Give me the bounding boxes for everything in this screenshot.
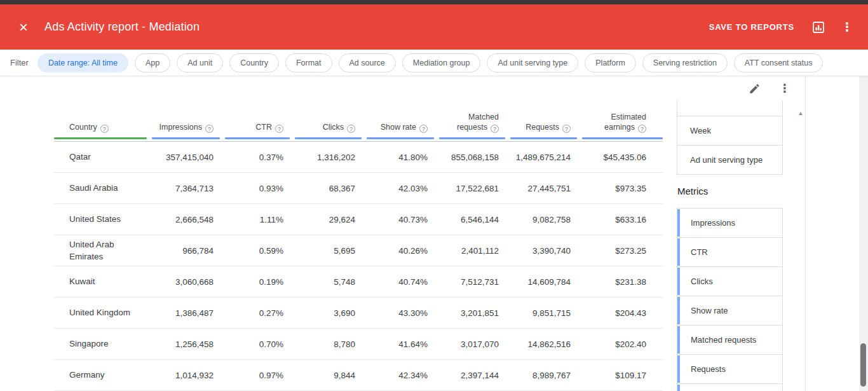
column-label-wrap: Matched requests? (437, 112, 508, 133)
filter-chip[interactable]: Ad unit (177, 53, 223, 72)
cell-ctr: 0.97% (222, 360, 292, 390)
window-top-edge (0, 0, 868, 4)
filter-chip[interactable]: Platform (585, 53, 636, 72)
cell-clicks: 9,844 (292, 360, 364, 390)
cell-matched-requests: 3,201,851 (437, 298, 508, 328)
cell-clicks: 3,690 (292, 298, 364, 328)
dimension-item[interactable]: Ad unit serving type (677, 145, 783, 175)
cell-impressions: 966,784 (149, 235, 222, 266)
cell-estimated-earnings: $273.25 (580, 235, 663, 266)
cell-ctr: 0.37% (222, 142, 292, 172)
metric-accent-bar (677, 297, 680, 324)
help-icon[interactable]: ? (275, 125, 283, 133)
column-header[interactable]: Matched requests? (437, 112, 508, 141)
filter-chip[interactable]: Country (229, 53, 279, 72)
filter-chip[interactable]: Serving restriction (642, 53, 728, 72)
filter-bar: Filter Date range: All time AppAd unitCo… (0, 50, 868, 76)
cell-ctr: 0.19% (222, 266, 292, 297)
cell-show-rate: 42.34% (364, 360, 437, 390)
cell-country: United Arab Emirates (54, 235, 149, 266)
scrollbar-track[interactable] (859, 76, 868, 391)
column-label: CTR (255, 123, 272, 132)
cell-clicks: 29,624 (292, 204, 364, 235)
table-row: Qatar 357,415,040 0.37% 1,316,202 41.80%… (54, 142, 663, 173)
filter-chip[interactable]: App (135, 53, 170, 72)
metric-label: Impressions (691, 218, 735, 228)
filter-chip[interactable]: Ad source (339, 53, 396, 72)
cell-ctr: 0.27% (222, 298, 292, 328)
cell-ctr: 0.70% (222, 329, 292, 359)
chart-icon-glyph (812, 21, 825, 34)
cell-requests: 9,082,758 (508, 204, 580, 235)
cell-country: Qatar (54, 142, 149, 172)
metric-item[interactable]: Clicks (677, 266, 783, 296)
cell-impressions: 1,014,932 (149, 360, 222, 390)
cell-country: Germany (54, 360, 149, 390)
filter-chip[interactable]: Mediation group (402, 53, 481, 72)
cell-estimated-earnings: $973.35 (580, 173, 663, 203)
help-icon[interactable]: ? (100, 125, 109, 133)
cell-requests: 1,489,675,214 (508, 142, 580, 172)
filter-label: Filter (10, 58, 29, 67)
cell-show-rate: 41.80% (364, 142, 437, 172)
metric-item[interactable]: Show rate (677, 296, 783, 326)
cell-estimated-earnings: $204.43 (580, 298, 663, 328)
column-accent-underline (54, 137, 147, 139)
scroll-up-arrow[interactable]: ▲ (796, 108, 806, 118)
cell-country: Saudi Arabia (54, 173, 149, 203)
filter-chip[interactable]: ATT consent status (734, 53, 824, 72)
column-header[interactable]: Show rate? (364, 112, 437, 141)
cell-clicks: 8,780 (292, 329, 364, 359)
cell-show-rate: 40.74% (364, 266, 437, 297)
column-header[interactable]: Country? (54, 112, 149, 141)
date-range-chip[interactable]: Date range: All time (37, 53, 128, 72)
cell-show-rate: 42.03% (364, 173, 437, 203)
table-row: United States 2,666,548 1.11% 29,624 40.… (54, 204, 663, 235)
close-icon[interactable]: × (17, 20, 31, 35)
cell-estimated-earnings: $231.38 (580, 266, 663, 297)
metric-item[interactable]: Matched requests (677, 325, 783, 355)
metrics-heading: Metrics (677, 186, 708, 196)
dimension-item[interactable]: Week (677, 116, 783, 146)
help-icon[interactable]: ? (491, 125, 499, 133)
column-label: Clicks (323, 123, 344, 132)
help-icon[interactable]: ? (347, 125, 355, 133)
table-row: United Arab Emirates 966,784 0.59% 5,695… (54, 235, 663, 266)
header-kebab-icon[interactable]: ⋮ (843, 20, 851, 34)
filter-chip[interactable]: Format (285, 53, 332, 72)
scrollbar-thumb[interactable] (860, 343, 866, 387)
filter-chip[interactable]: Ad unit serving type (487, 53, 578, 72)
column-header[interactable]: Clicks? (292, 112, 364, 141)
metric-list: Impressions CTR Clicks Show rate Matched… (677, 208, 783, 384)
filter-chip-list: AppAd unitCountryFormatAd sourceMediatio… (135, 53, 823, 72)
metric-accent-bar (677, 268, 680, 295)
metric-item[interactable]: Requests (677, 354, 783, 384)
cell-country: United Kingdom (54, 298, 149, 328)
help-icon[interactable]: ? (638, 125, 646, 133)
help-icon[interactable]: ? (562, 125, 571, 133)
help-icon[interactable]: ? (205, 125, 214, 133)
column-header[interactable]: Estimated earnings? (580, 112, 663, 141)
column-label-wrap: CTR? (222, 122, 292, 133)
help-icon[interactable]: ? (419, 125, 428, 133)
metric-accent-bar (677, 355, 680, 383)
cell-ctr: 0.59% (222, 235, 292, 266)
column-label-wrap: Impressions? (149, 122, 222, 133)
save-to-reports-button[interactable]: SAVE TO REPORTS (709, 22, 794, 32)
report-settings-panel: WeekAd unit serving type Metrics Impress… (677, 76, 783, 391)
chart-icon[interactable] (812, 21, 825, 34)
cell-requests: 9,851,715 (508, 298, 580, 328)
table-row: Germany 1,014,932 0.97% 9,844 42.34% 2,3… (54, 360, 663, 391)
column-header[interactable]: Impressions? (149, 112, 222, 141)
column-header[interactable]: Requests? (508, 112, 580, 141)
table-row: Singapore 1,256,458 0.70% 8,780 41.64% 3… (54, 329, 663, 360)
cell-country: Kuwait (54, 266, 149, 297)
cell-requests: 14,609,784 (508, 266, 580, 297)
metric-item[interactable]: Impressions (677, 208, 783, 238)
metric-accent-bar (677, 209, 680, 237)
cell-clicks: 5,695 (292, 235, 364, 266)
cell-requests: 14,862,516 (508, 329, 580, 359)
metric-item[interactable]: CTR (677, 237, 783, 267)
column-header[interactable]: CTR? (222, 112, 292, 141)
metric-item-cutoff (677, 383, 783, 391)
